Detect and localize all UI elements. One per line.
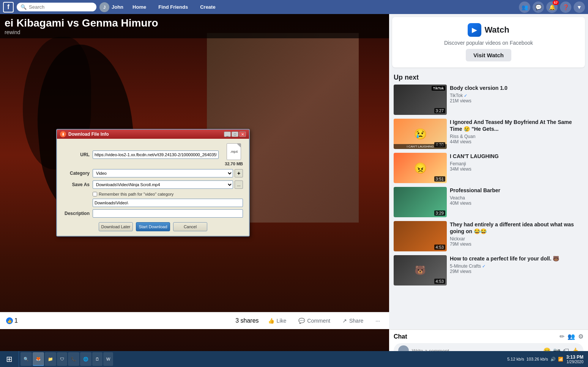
verified-icon: ✓ [482, 264, 486, 269]
nav-home[interactable]: Home [129, 3, 149, 11]
video-channel: Nickxar [450, 236, 583, 242]
list-item[interactable]: 3:29 Professional Barber Veacha 40M view… [394, 187, 583, 217]
video-info: Body clock version 1.0 TikTok ✓ 21M view… [450, 85, 583, 115]
taskbar-app2[interactable]: 📞 [68, 352, 79, 366]
dialog-title-text: Download File Info [68, 132, 109, 137]
maximize-button[interactable]: □ [232, 132, 238, 137]
video-views: 40M views [450, 201, 583, 206]
save-as-row: Save As Downloads\Video\Ninja Scroll.mp4… [63, 180, 243, 189]
verified-icon: ✓ [464, 93, 467, 98]
video-info: I Ignored And Teased My Boyfriend At The… [450, 119, 583, 149]
group-icon[interactable]: 👥 [568, 333, 575, 340]
right-sidebar: ▶ Watch Discover popular videos on Faceb… [389, 14, 588, 367]
settings-icon[interactable]: ⚙ [578, 333, 583, 340]
share-button[interactable]: ↗ Share [339, 315, 366, 326]
volume-icon[interactable]: 🔊 [550, 357, 556, 362]
taskbar: ⊞ 🔍 🦊 📁 🛡 📞 🌐 🗒 W 5.12 kb/s 103.26 k [0, 351, 588, 367]
video-views: 21M views [450, 98, 583, 104]
app-icon-1: 🛡 [60, 357, 64, 361]
category-row: Category Video + [63, 169, 243, 177]
dialog-app-icon: ⬇ [60, 131, 66, 137]
video-duration: 3:29 [434, 210, 445, 216]
thumbs-up-icon: 👍 [268, 318, 274, 324]
search-input[interactable] [29, 4, 90, 10]
close-button[interactable]: ✕ [239, 132, 246, 137]
taskbar-items: 🔍 🦊 📁 🛡 📞 🌐 🗒 W [19, 351, 503, 367]
add-category-button[interactable]: + [235, 169, 243, 177]
video-thumbnail: 😠 3:51 [394, 153, 447, 183]
video-card-title: How to create a perfect life for your do… [450, 255, 583, 262]
more-options-button[interactable]: ··· [372, 315, 383, 326]
video-thumbnail: 4:53 [394, 221, 447, 251]
network-icon[interactable]: 📶 [558, 357, 563, 362]
description-row: Description [63, 209, 243, 218]
list-item[interactable]: 😢 4:30 I CAN'T LAUGHING I Ignored And Te… [394, 119, 583, 149]
comment-button[interactable]: 💬 Comment [295, 315, 333, 326]
video-title-bar: ei Kibagami vs Genma Himuro rewind [0, 14, 389, 38]
like-count-area: 👍 1 [6, 317, 18, 324]
start-download-button[interactable]: Start Download [136, 222, 170, 231]
minimize-button[interactable]: _ [224, 132, 231, 137]
taskbar-word[interactable]: W [103, 352, 113, 366]
edit-chat-icon[interactable]: ✏ [560, 333, 564, 340]
chat-icons: ✏ 👥 ⚙ [560, 333, 583, 340]
search-bar[interactable]: 🔍 [17, 3, 96, 11]
nav-find-friends[interactable]: Find Friends [155, 3, 191, 11]
facebook-topbar: f 🔍 J John Home Find Friends Create 👥 💬 … [0, 0, 588, 14]
list-item[interactable]: 😠 3:51 I CAN'T LAUGHING Femanji 34M view… [394, 153, 583, 183]
clock-date: 1/29/2020 [566, 360, 583, 364]
taskbar-app4[interactable]: 🗒 [92, 352, 102, 366]
comment-label: Comment [307, 318, 330, 324]
clock-time: 3:13 PM [566, 354, 583, 360]
share-label: Share [349, 318, 363, 324]
messenger-icon[interactable]: 💬 [533, 2, 544, 13]
remember-path-checkbox[interactable] [93, 192, 97, 196]
friends-icon[interactable]: 👥 [519, 2, 530, 13]
path-input[interactable] [93, 199, 243, 207]
video-card-title: I CAN'T LAUGHING [450, 153, 583, 160]
network-speed-up: 5.12 kb/s [507, 357, 524, 361]
download-later-button[interactable]: Download Later [99, 222, 133, 231]
system-tray: 5.12 kb/s 103.26 kb/s 🔊 📶 [507, 357, 563, 362]
like-label: Like [277, 318, 287, 324]
chat-header: Chat ✏ 👥 ⚙ [394, 333, 583, 340]
download-dialog[interactable]: ⬇ Download File Info _ □ ✕ URL .mp4 32.7… [56, 129, 250, 237]
app-icon-4: 🗒 [95, 357, 99, 361]
cancel-button[interactable]: Cancel [173, 222, 207, 231]
help-icon[interactable]: ❓ [560, 2, 571, 13]
start-button[interactable]: ⊞ [0, 351, 19, 367]
user-profile[interactable]: J John [99, 2, 123, 12]
notification-badge: 57 [553, 0, 559, 5]
nav-create[interactable]: Create [197, 3, 218, 11]
top-icons: 👥 💬 🔔 57 ❓ ▼ [519, 2, 585, 13]
search-icon: 🔍 [20, 4, 27, 10]
taskbar-firefox[interactable]: 🦊 [33, 352, 44, 366]
watch-widget: ▶ Watch Discover popular videos on Faceb… [392, 17, 585, 67]
save-as-wrapper: Downloads\Video\Ninja Scroll.mp4 ... [93, 180, 243, 189]
list-item[interactable]: TikTok 3:27 Body clock version 1.0 TikTo… [394, 85, 583, 115]
like-button[interactable]: 👍 Like [265, 315, 290, 326]
nav-bar: Home Find Friends Create [129, 3, 219, 11]
video-channel: Veacha [450, 195, 583, 201]
save-as-label: Save As [63, 182, 90, 187]
list-item[interactable]: 🐻 4:53 How to create a perfect life for … [394, 255, 583, 285]
dialog-body: URL .mp4 32.70 MB Category Video + [57, 139, 249, 236]
file-icon-area: .mp4 32.70 MB [225, 143, 243, 166]
more-icon[interactable]: ▼ [574, 2, 585, 13]
notifications-icon[interactable]: 🔔 57 [546, 2, 558, 13]
taskbar-app1[interactable]: 🛡 [57, 352, 67, 366]
taskbar-app3[interactable]: 🌐 [80, 352, 91, 366]
list-item[interactable]: 4:53 They had entirely a different idea … [394, 221, 583, 251]
taskbar-search[interactable]: 🔍 [20, 352, 32, 366]
save-as-select[interactable]: Downloads\Video\Ninja Scroll.mp4 [93, 180, 233, 189]
taskbar-files[interactable]: 📁 [45, 352, 56, 366]
facebook-logo: f [3, 2, 14, 13]
up-next-section: Up next TikTok 3:27 Body clock version 1… [389, 71, 588, 292]
category-select[interactable]: Video [93, 169, 233, 177]
url-input[interactable] [93, 151, 219, 159]
video-card-title: Body clock version 1.0 [450, 85, 583, 91]
browse-button[interactable]: ... [235, 180, 243, 189]
visit-watch-button[interactable]: Visit Watch [466, 49, 511, 61]
dialog-window-controls: _ □ ✕ [224, 132, 246, 137]
description-input[interactable] [93, 209, 243, 218]
